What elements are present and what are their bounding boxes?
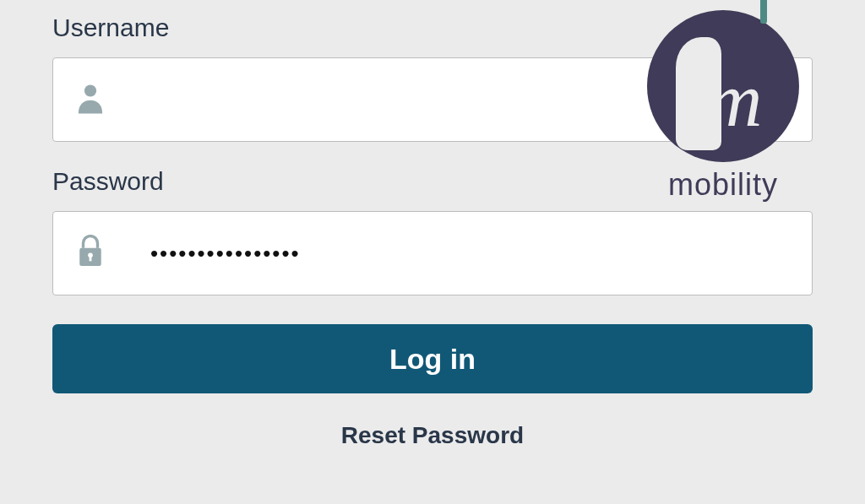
svg-rect-3: [90, 257, 92, 262]
svg-point-0: [84, 84, 96, 96]
login-button[interactable]: Log in: [52, 324, 813, 393]
user-icon: [76, 82, 105, 117]
password-field-wrap: [52, 211, 813, 295]
password-input[interactable]: [52, 211, 813, 295]
logo-text: mobility: [622, 167, 824, 203]
logo-circle: m: [647, 10, 799, 162]
logo-antenna: [760, 0, 767, 24]
logo-letter: m: [706, 61, 762, 138]
lock-icon: [76, 235, 105, 272]
reset-password-link[interactable]: Reset Password: [52, 422, 813, 449]
brand-logo: m mobility: [622, 10, 824, 203]
